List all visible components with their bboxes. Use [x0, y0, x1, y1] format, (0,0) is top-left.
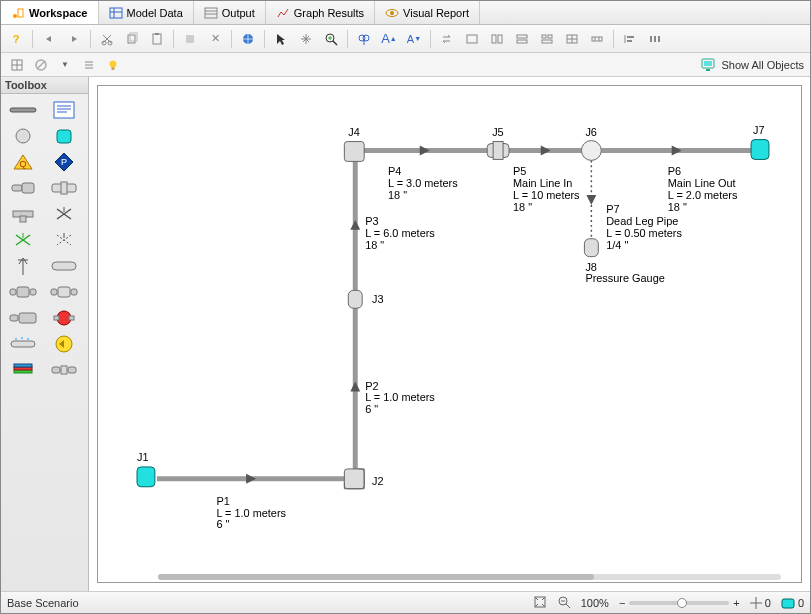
tool-pipe[interactable] [5, 98, 41, 122]
font-increase-icon[interactable]: A▲ [378, 28, 400, 50]
p7-d: 1/4 " [606, 239, 628, 251]
zoom-minus[interactable]: − [619, 597, 625, 609]
svg-rect-44 [658, 36, 660, 42]
svg-rect-81 [30, 289, 36, 295]
close-icon[interactable]: ✕ [204, 28, 226, 50]
svg-rect-25 [467, 35, 477, 43]
svg-point-114 [581, 141, 601, 161]
tool-component-1[interactable] [5, 280, 41, 304]
bulb-icon[interactable] [103, 55, 123, 75]
tool-connector[interactable] [46, 358, 82, 382]
svg-rect-85 [10, 315, 18, 321]
layout-2-icon[interactable] [486, 28, 508, 50]
svg-rect-28 [517, 35, 527, 38]
tool-spray[interactable] [5, 332, 41, 356]
svg-point-63 [16, 129, 30, 143]
paste-icon[interactable] [146, 28, 168, 50]
layout-6-icon[interactable] [586, 28, 608, 50]
svg-rect-90 [11, 341, 35, 347]
j4-label: J4 [348, 126, 360, 138]
tool-compressor[interactable] [46, 332, 82, 356]
zoom-slider[interactable]: − + [619, 597, 740, 609]
layout-4-icon[interactable] [536, 28, 558, 50]
svg-rect-72 [20, 216, 26, 222]
distribute-icon[interactable] [644, 28, 666, 50]
svg-rect-80 [17, 287, 29, 297]
svg-point-92 [21, 337, 23, 339]
graph-icon [276, 6, 290, 20]
disable-icon[interactable] [31, 55, 51, 75]
j1-label: J1 [137, 451, 149, 463]
svg-rect-43 [654, 36, 656, 42]
globe-icon[interactable] [237, 28, 259, 50]
workspace-canvas[interactable]: J1 J2 J3 J4 J5 J6 [97, 85, 802, 583]
svg-point-23 [363, 35, 369, 41]
j6-label: J6 [585, 126, 597, 138]
eye-icon [385, 6, 399, 20]
help-icon[interactable]: ? [5, 28, 27, 50]
dropdown-icon[interactable]: ▼ [55, 55, 75, 75]
svg-rect-86 [19, 313, 36, 323]
svg-rect-88 [54, 316, 59, 320]
swap-icon[interactable] [436, 28, 458, 50]
zoom-out-icon[interactable] [557, 595, 571, 611]
svg-line-49 [37, 61, 45, 69]
tool-check-valve[interactable] [5, 254, 41, 278]
cut-icon[interactable] [96, 28, 118, 50]
tool-layers[interactable] [5, 358, 41, 382]
fit-icon[interactable] [533, 595, 547, 611]
scenario-label: Base Scenario [7, 597, 79, 609]
zoom-plus[interactable]: + [733, 597, 739, 609]
svg-rect-84 [71, 289, 77, 295]
tab-model-data[interactable]: Model Data [99, 1, 194, 24]
j7-label: J7 [753, 124, 765, 136]
list-icon[interactable] [79, 55, 99, 75]
tool-tee[interactable] [5, 202, 41, 226]
zoom-value: 100% [581, 597, 609, 609]
copy-icon[interactable] [121, 28, 143, 50]
tool-annotation[interactable] [46, 98, 82, 122]
tool-valve-x[interactable] [46, 202, 82, 226]
layout-5-icon[interactable] [561, 28, 583, 50]
tool-junction-gray[interactable] [5, 124, 41, 148]
tab-output[interactable]: Output [194, 1, 266, 24]
align-icon[interactable] [619, 28, 641, 50]
delete-icon[interactable] [179, 28, 201, 50]
tab-graph-results[interactable]: Graph Results [266, 1, 375, 24]
tab-label: Output [222, 7, 255, 19]
redo-icon[interactable] [63, 28, 85, 50]
tool-fitting-2[interactable] [46, 176, 82, 200]
svg-rect-68 [22, 183, 34, 193]
pan-icon[interactable] [295, 28, 317, 50]
layout-3-icon[interactable] [511, 28, 533, 50]
tool-pump-red[interactable] [46, 306, 82, 330]
show-all-objects-button[interactable]: Show All Objects [701, 58, 804, 72]
tool-reservoir[interactable] [46, 124, 82, 148]
tool-pump[interactable]: P [46, 150, 82, 174]
svg-rect-56 [704, 61, 712, 66]
svg-rect-57 [706, 69, 710, 71]
tab-workspace[interactable]: Workspace [1, 1, 99, 24]
layout-1-icon[interactable] [461, 28, 483, 50]
tool-component-2[interactable] [46, 280, 82, 304]
undo-icon[interactable] [38, 28, 60, 50]
font-decrease-icon[interactable]: A▼ [403, 28, 425, 50]
zoom-icon[interactable] [320, 28, 342, 50]
toolbox-panel: Toolbox Q P [1, 77, 89, 591]
canvas-container: J1 J2 J3 J4 J5 J6 [89, 77, 810, 591]
tool-valve-dash[interactable] [46, 228, 82, 252]
find-icon[interactable] [353, 28, 375, 50]
pointer-icon[interactable] [270, 28, 292, 50]
svg-rect-41 [627, 40, 632, 42]
p2-d: 6 " [365, 403, 378, 415]
svg-rect-27 [498, 35, 502, 43]
tab-visual-report[interactable]: Visual Report [375, 1, 480, 24]
svg-point-91 [15, 338, 17, 340]
tool-warning[interactable]: Q [5, 150, 41, 174]
tool-valve-green[interactable] [5, 228, 41, 252]
canvas-scrollbar-h[interactable] [158, 574, 781, 580]
tool-fitting-1[interactable] [5, 176, 41, 200]
grid-icon[interactable] [7, 55, 27, 75]
tool-orifice[interactable] [46, 254, 82, 278]
tool-heat-exchanger[interactable] [5, 306, 41, 330]
